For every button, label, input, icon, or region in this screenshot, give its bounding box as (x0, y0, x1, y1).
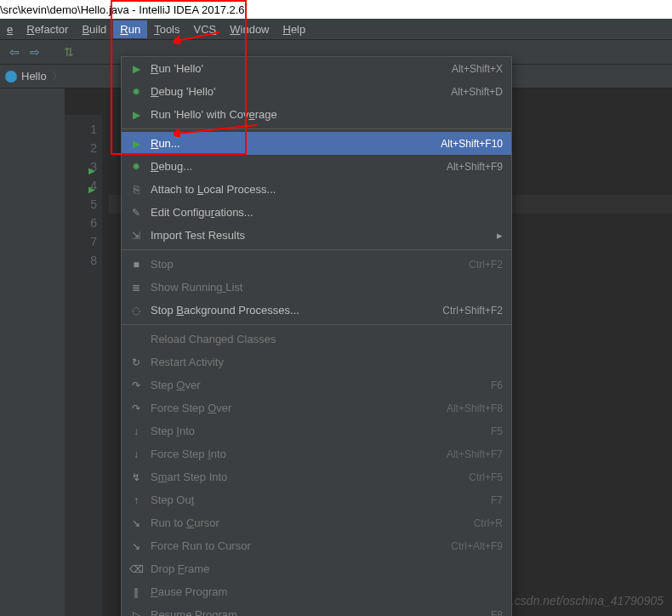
title-bar: \src\kevin\demo\Hello.java - IntelliJ ID… (0, 0, 672, 19)
menu-separator (122, 324, 511, 325)
play-icon: ▶ (128, 137, 144, 151)
submenu-arrow-icon: ▸ (497, 229, 503, 242)
gutter-run-icon[interactable]: ▶ (88, 180, 95, 199)
menu-e[interactable]: e (0, 20, 20, 38)
line-number: 1 (65, 120, 97, 139)
dropframe-icon: ⌫ (128, 562, 144, 576)
menu-window[interactable]: Window (223, 20, 276, 38)
stop-icon: ■ (128, 258, 144, 271)
run-menu-dropdown: ▶Run 'Hello'Alt+Shift+X✸Debug 'Hello'Alt… (121, 56, 512, 616)
menu-shortcut: Ctrl+Shift+F2 (442, 305, 503, 317)
menu-item-label: Edit Configurations... (151, 206, 503, 219)
pause-icon: ‖ (128, 585, 144, 599)
menu-shortcut: Alt+Shift+X (452, 63, 503, 75)
menu-item-run-hello[interactable]: ▶Run 'Hello'Alt+Shift+X (122, 57, 511, 80)
menu-separator (122, 249, 511, 250)
menu-item-debug-hello[interactable]: ✸Debug 'Hello'Alt+Shift+D (122, 80, 511, 103)
stopbg-icon: ◌ (128, 304, 144, 317)
line-number: 2 (65, 139, 97, 157)
menu-item-label: Stop (151, 258, 469, 271)
menu-shortcut: Ctrl+Alt+F9 (451, 540, 503, 552)
menu-item-label: Attach to Local Process... (151, 183, 503, 196)
menu-item-run-to-cursor: ↘Run to CursorCtrl+R (122, 511, 511, 534)
menu-item-label: Step Over (151, 379, 491, 391)
line-number: 8 (65, 251, 97, 270)
menu-item-step-out: ↑Step OutF7 (122, 488, 511, 511)
menu-shortcut: Alt+Shift+F7 (447, 448, 503, 460)
menu-item-step-over: ↷Step OverF6 (122, 374, 511, 396)
menu-item-show-running-list: ≣Show Running List (122, 276, 511, 299)
sync-icon[interactable]: ⇅ (61, 44, 77, 60)
gutter: 12▶3▶45678 (65, 115, 102, 616)
resume-icon: ▷ (128, 608, 144, 617)
smartstep-icon: ↯ (128, 471, 144, 484)
menu-item-label: Step Out (151, 493, 491, 506)
menu-item-run[interactable]: ▶Run...Alt+Shift+F10 (122, 132, 511, 155)
menu-item-label: Run... (151, 137, 441, 150)
menu-item-edit-configurations[interactable]: ✎Edit Configurations... (122, 201, 511, 224)
menu-bar: eRefactorBuildRunToolsVCSWindowHelp (0, 19, 672, 39)
menu-shortcut: F6 (491, 379, 503, 391)
edit-icon: ✎ (128, 206, 144, 220)
menu-item-smart-step-into: ↯Smart Step IntoCtrl+F5 (122, 465, 511, 488)
menu-shortcut: F5 (491, 425, 503, 437)
frun-icon: ↘ (128, 539, 144, 553)
menu-item-restart-activity: ↻Restart Activity (122, 351, 511, 374)
menu-shortcut: Ctrl+R (474, 517, 503, 529)
menu-item-label: Restart Activity (151, 356, 503, 368)
menu-item-label: Step Into (151, 425, 491, 437)
blank-icon (128, 333, 144, 346)
menu-item-stop-background-processes[interactable]: ◌Stop Background Processes...Ctrl+Shift+… (122, 299, 511, 322)
menu-item-label: Pause Program (151, 585, 503, 598)
menu-item-label: Debug... (151, 160, 447, 173)
forward-icon[interactable]: ⇨ (27, 44, 43, 60)
menu-item-debug[interactable]: ✸Debug...Alt+Shift+F9 (122, 155, 511, 178)
line-number: 7 (65, 232, 97, 251)
menu-item-resume-program: ▷Resume ProgramF8 (122, 603, 511, 616)
play-icon: ▶ (128, 62, 144, 76)
menu-shortcut: Alt+Shift+F10 (441, 138, 503, 150)
menu-item-label: Debug 'Hello' (151, 85, 451, 98)
menu-build[interactable]: Build (75, 20, 113, 38)
menu-vcs[interactable]: VCS (187, 20, 224, 38)
breadcrumb-label: Hello (21, 70, 47, 83)
menu-item-label: Drop Frame (151, 562, 503, 575)
menu-item-label: Reload Changed Classes (151, 333, 503, 345)
menu-item-drop-frame: ⌫Drop Frame (122, 557, 511, 580)
play-cov-icon: ▶ (128, 108, 144, 122)
gutter-run-icon[interactable]: ▶ (88, 162, 95, 180)
menu-run[interactable]: Run (113, 20, 147, 38)
menu-item-label: Import Test Results (151, 229, 497, 242)
menu-item-label: Force Run to Cursor (151, 539, 451, 552)
stepinto-icon: ↓ (128, 425, 144, 438)
menu-shortcut: Alt+Shift+F8 (447, 402, 503, 414)
menu-item-force-run-to-cursor: ↘Force Run to CursorCtrl+Alt+F9 (122, 534, 511, 557)
fstepinto-icon: ↓ (128, 448, 144, 461)
restart-icon: ↻ (128, 356, 144, 369)
menu-item-label: Resume Program (151, 608, 491, 616)
menu-item-reload-changed-classes: Reload Changed Classes (122, 328, 511, 351)
line-number: 6 (65, 214, 97, 232)
menu-item-import-test-results[interactable]: ⇲Import Test Results▸ (122, 224, 511, 247)
list-icon: ≣ (128, 281, 144, 294)
menu-item-label: Run 'Hello' (151, 62, 452, 75)
menu-item-label: Run to Cursor (151, 516, 474, 529)
menu-tools[interactable]: Tools (147, 20, 186, 38)
title-path: \src\kevin\demo\Hello.java - IntelliJ ID… (0, 3, 245, 16)
bug-icon: ✸ (128, 160, 144, 174)
menu-item-label: Force Step Over (151, 402, 447, 414)
runcursor-icon: ↘ (128, 516, 144, 530)
menu-item-attach-to-local-process[interactable]: ⎘Attach to Local Process... (122, 178, 511, 201)
menu-help[interactable]: Help (276, 20, 313, 38)
menu-item-run-hello-with-coverage[interactable]: ▶Run 'Hello' with Coverage (122, 103, 511, 126)
menu-refactor[interactable]: Refactor (20, 20, 75, 38)
menu-item-pause-program: ‖Pause Program (122, 580, 511, 603)
menu-item-stop: ■StopCtrl+F2 (122, 253, 511, 276)
menu-item-force-step-into: ↓Force Step IntoAlt+Shift+F7 (122, 442, 511, 465)
import-icon: ⇲ (128, 229, 144, 242)
side-gutter (0, 88, 65, 616)
back-icon[interactable]: ⇦ (7, 44, 22, 60)
breadcrumb-item[interactable]: Hello 〉 (0, 69, 68, 84)
menu-item-label: Run 'Hello' with Coverage (151, 108, 503, 121)
menu-item-label: Stop Background Processes... (151, 304, 442, 317)
